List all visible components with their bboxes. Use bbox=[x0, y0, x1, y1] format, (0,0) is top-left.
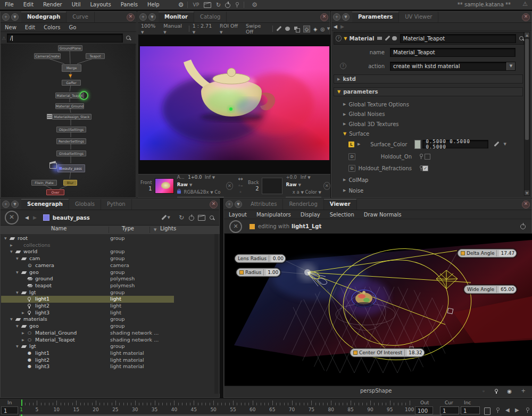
front-clamp[interactable]: Inf bbox=[205, 174, 211, 180]
panel-menu-icon[interactable]: ▼ bbox=[11, 13, 19, 21]
close-icon[interactable]: ✕ bbox=[522, 13, 530, 21]
refractions-checkbox[interactable]: ✓ bbox=[422, 165, 428, 171]
comment-icon[interactable] bbox=[285, 27, 290, 31]
tab-scenegraph-python[interactable]: Python bbox=[101, 199, 132, 210]
back-raw-dropdown[interactable]: Raw ▼ bbox=[286, 182, 301, 187]
frame-number[interactable]: 80 bbox=[328, 407, 334, 412]
roi-dropdown[interactable]: ROI Off ▼ bbox=[220, 23, 242, 35]
panel-menu-icon[interactable]: ▼ bbox=[11, 201, 19, 208]
hotkey-icon[interactable] bbox=[526, 407, 529, 413]
viewport-toggle[interactable]: VP bbox=[193, 2, 200, 7]
chevron-down-icon[interactable]: ▼ bbox=[327, 27, 330, 31]
close-icon[interactable]: ✕ bbox=[320, 13, 328, 21]
scenegraph-row-materials[interactable]: ▼materialsgroup bbox=[1, 316, 220, 323]
back-arrow[interactable]: ◀ bbox=[25, 215, 29, 220]
scenegraph-row-Material_Ground[interactable]: ▶○Material_Groundshading network ... bbox=[1, 330, 220, 337]
frame-number[interactable]: 95 bbox=[387, 407, 393, 412]
scrollbar[interactable] bbox=[214, 234, 218, 394]
node-materialassign_stack[interactable]: MaterialAssign_Stack bbox=[52, 114, 92, 120]
chevron-down-icon[interactable]: ▼ bbox=[503, 142, 506, 146]
lock-icon[interactable] bbox=[177, 190, 181, 194]
front-channels[interactable]: RGBA&2Bx bbox=[184, 189, 209, 195]
node-rendersettings[interactable]: RenderSettings bbox=[56, 138, 86, 144]
param-group-global-noises[interactable]: ▶Global Noises bbox=[331, 110, 531, 119]
close-icon[interactable]: ✕ bbox=[127, 13, 135, 21]
scenegraph-row-lgt[interactable]: ▼lgtgroup bbox=[1, 289, 220, 296]
frame-number[interactable]: 85 bbox=[347, 407, 353, 412]
front-a-label[interactable]: A... bbox=[177, 174, 185, 180]
gear-icon[interactable]: ⚙ bbox=[178, 1, 184, 9]
default-badge[interactable]: D bbox=[348, 165, 355, 172]
light-icon[interactable] bbox=[495, 389, 498, 394]
panel-split-icon[interactable]: + bbox=[226, 201, 233, 208]
link-buffers-icon[interactable]: ◦–◦ bbox=[237, 182, 244, 195]
viewer-menu-manipulators[interactable]: Manipulators bbox=[252, 212, 296, 218]
node-gaffer[interactable]: Gaffer bbox=[62, 80, 81, 86]
expand-icon[interactable]: ▶ bbox=[10, 242, 13, 249]
panel-split-icon[interactable]: + bbox=[2, 13, 10, 21]
default-badge[interactable]: D bbox=[348, 153, 355, 160]
expression-pen-icon[interactable] bbox=[494, 142, 499, 147]
edit-pen-icon[interactable] bbox=[161, 215, 167, 220]
kstd-group[interactable]: ▶kstd bbox=[334, 74, 523, 84]
flipbook-icon[interactable] bbox=[484, 407, 491, 415]
scenegraph-row-world[interactable]: ▼worldgroup bbox=[1, 248, 220, 255]
scenegraph-row-light1[interactable]: ●light1light material bbox=[1, 350, 220, 357]
inc-field[interactable]: 1 bbox=[461, 406, 480, 414]
hud-wide-angle[interactable]: Wide Angle65.00 bbox=[464, 285, 517, 294]
back-color-dropdown[interactable]: Color ▼ bbox=[305, 189, 321, 195]
hud-delta-angle[interactable]: Delta Angle17.47 bbox=[458, 249, 517, 257]
tab-monitor-catalog[interactable]: Catalog bbox=[194, 12, 227, 22]
forward-arrow[interactable]: ▶ bbox=[340, 24, 344, 29]
back-close-icon[interactable]: ✕ bbox=[323, 182, 330, 190]
panel-split-icon[interactable]: + bbox=[2, 201, 10, 208]
scenegraph-row-light2[interactable]: ●light2light material bbox=[1, 357, 220, 364]
menu-render[interactable]: Render bbox=[38, 0, 67, 10]
frame-number[interactable]: 10 bbox=[54, 407, 60, 412]
hud-radius[interactable]: Radius1.00 bbox=[236, 268, 280, 277]
eyedropper-icon[interactable] bbox=[276, 26, 281, 31]
node-groundplane[interactable]: GroundPlane bbox=[58, 45, 82, 51]
menu-panels[interactable]: Panels bbox=[116, 0, 143, 10]
hud-value[interactable]: 18.32 bbox=[407, 350, 424, 356]
collapse-icon[interactable]: ▼ bbox=[16, 289, 19, 296]
hotkey-icon[interactable] bbox=[235, 2, 238, 7]
collapse-icon[interactable]: ▼ bbox=[16, 255, 19, 262]
flag-icon[interactable] bbox=[377, 37, 381, 40]
tab-parameters-parameters[interactable]: Parameters bbox=[352, 12, 399, 22]
tab-parameters-uv-viewer[interactable]: UV Viewer bbox=[399, 12, 438, 22]
menu-file[interactable]: File bbox=[0, 0, 19, 10]
in-field[interactable]: 1 bbox=[1, 406, 18, 414]
scenegraph-row-ground[interactable]: groundpolymesh bbox=[1, 276, 220, 282]
frame-number[interactable]: 55 bbox=[230, 407, 236, 412]
menu-layouts[interactable]: Layouts bbox=[86, 0, 116, 10]
monitor-canvas[interactable] bbox=[138, 35, 330, 186]
visibility-icon[interactable]: ◦ bbox=[482, 388, 485, 394]
front-exposure[interactable]: 1+0.0 bbox=[188, 174, 202, 180]
collapse-icon[interactable]: ▼ bbox=[4, 235, 7, 242]
wrench-icon[interactable] bbox=[385, 36, 389, 41]
hud-value[interactable]: 0.00 bbox=[271, 255, 285, 262]
state-icon[interactable] bbox=[419, 165, 422, 171]
power-icon[interactable] bbox=[225, 2, 231, 8]
param-group-global-texture-options[interactable]: ▶Global Texture Options bbox=[331, 100, 531, 109]
power-icon[interactable] bbox=[189, 215, 195, 221]
hud-value[interactable]: 17.47 bbox=[499, 250, 516, 256]
zoom-level-dropdown[interactable]: 100% ▼ bbox=[141, 23, 159, 35]
tab-scenegraph-globals[interactable]: Globals bbox=[69, 199, 101, 210]
node-filein_plate[interactable]: FileIn_Plate bbox=[31, 180, 57, 186]
scroll-up-icon[interactable]: ▲ bbox=[525, 32, 529, 37]
step-back-icon[interactable]: ◀ bbox=[505, 407, 510, 413]
scenegraph-row-light1[interactable]: light1light bbox=[1, 296, 174, 303]
refresh-icon[interactable]: ↻ bbox=[216, 2, 221, 9]
local-badge[interactable]: L bbox=[348, 142, 354, 147]
settings-icon[interactable]: ⚙ bbox=[252, 1, 257, 9]
swipe-toggle[interactable]: Swipe Off bbox=[246, 23, 269, 35]
scenegraph-row-camera[interactable]: ⊙cameracamera bbox=[1, 262, 220, 269]
panel-split-icon[interactable]: + bbox=[139, 13, 147, 21]
tab-viewer-renderlog[interactable]: RenderLog bbox=[283, 199, 323, 210]
viewer-viewport[interactable]: Lens Radius0.00Radius1.00Delta Angle17.4… bbox=[225, 234, 532, 387]
expand-icon[interactable]: ▶ bbox=[22, 310, 24, 317]
frame-number[interactable]: 20 bbox=[93, 407, 98, 412]
tab-scenegraph-scenegraph[interactable]: Scenegraph bbox=[21, 199, 69, 210]
